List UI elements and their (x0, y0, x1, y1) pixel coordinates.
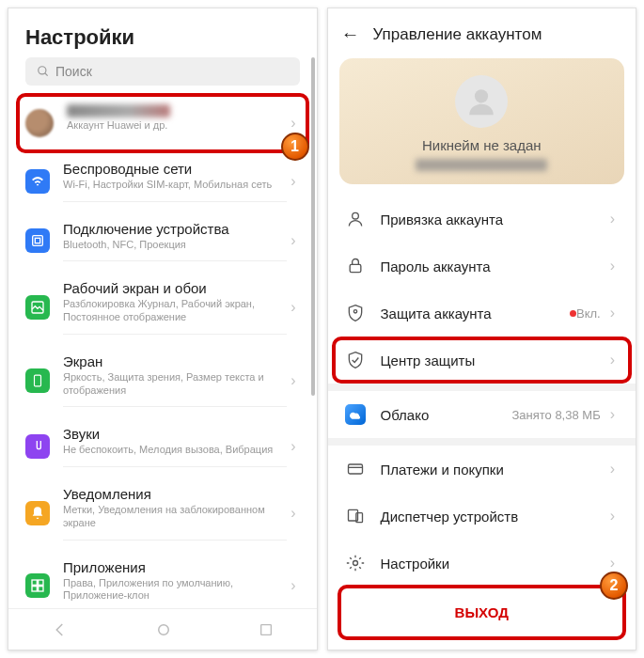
svg-rect-5 (35, 375, 41, 386)
chevron-right-icon: › (606, 406, 619, 423)
svg-rect-7 (39, 580, 43, 585)
svg-rect-3 (35, 239, 39, 243)
settings-row-6[interactable]: Приложения Права, Приложения по умолчани… (20, 550, 306, 609)
avatar (25, 109, 54, 137)
chevron-right-icon: › (606, 352, 619, 368)
row-icon (25, 501, 50, 525)
svg-point-22 (353, 561, 357, 566)
svg-rect-13 (260, 624, 271, 634)
nav-back-icon[interactable] (52, 621, 69, 638)
svg-line-1 (45, 73, 48, 76)
header: ← Управление аккаунтом (328, 8, 636, 55)
row-icon (25, 228, 50, 253)
chevron-right-icon: › (287, 299, 299, 316)
page-title: Настройки (8, 8, 317, 57)
svg-point-17 (353, 310, 356, 313)
chevron-right-icon: › (606, 258, 619, 274)
android-navbar (8, 608, 317, 650)
chevron-right-icon: › (606, 461, 619, 478)
chevron-right-icon: › (287, 173, 299, 190)
settings-row-1[interactable]: Подключение устройства Bluetooth, NFC, П… (20, 212, 306, 272)
svg-point-14 (475, 89, 488, 102)
lock-icon (345, 256, 366, 276)
account-management-screen: ← Управление аккаунтом Никнейм не задан … (327, 8, 637, 650)
nav-home-icon[interactable] (155, 621, 172, 638)
settings-row-5[interactable]: Уведомления Метки, Уведомления на заблок… (20, 477, 306, 550)
account-row-shield-user[interactable]: Защита аккаунта Вкл. › (328, 290, 636, 337)
chevron-right-icon: › (606, 305, 619, 321)
chevron-right-icon: › (606, 211, 619, 227)
account-row-card[interactable]: Платежи и покупки › (328, 446, 636, 493)
svg-point-0 (39, 67, 46, 74)
settings-row-0[interactable]: Беспроводные сети Wi-Fi, Настройки SIM-к… (20, 151, 306, 212)
chevron-right-icon: › (287, 115, 299, 132)
shield-user-icon (345, 303, 366, 323)
back-button[interactable]: ← (341, 24, 360, 45)
row-icon (25, 169, 50, 194)
chevron-right-icon: › (606, 508, 619, 525)
settings-row-4[interactable]: Звуки Не беспокоить, Мелодия вызова, Виб… (20, 416, 306, 477)
account-row-user[interactable]: Привязка аккаунта › (328, 196, 636, 243)
settings-screen: Настройки Поиск Аккаунт Huawei и др. › 1… (8, 8, 318, 650)
row-icon (25, 368, 50, 393)
nav-recent-icon[interactable] (259, 622, 274, 637)
svg-point-15 (352, 212, 358, 219)
svg-rect-6 (32, 580, 37, 585)
search-icon (37, 65, 50, 78)
avatar-placeholder (455, 75, 508, 128)
search-input[interactable]: Поиск (25, 57, 300, 86)
account-row-shield-check[interactable]: Центр защиты › (328, 337, 636, 384)
logout-button[interactable]: ВЫХОД (354, 592, 610, 633)
shield-check-icon (345, 350, 366, 370)
account-name-blurred (67, 104, 170, 118)
settings-row-3[interactable]: Экран Яркость, Защита зрения, Размер тек… (20, 344, 306, 417)
chevron-right-icon: › (606, 555, 619, 572)
account-row[interactable]: Аккаунт Huawei и др. › (20, 95, 306, 151)
svg-rect-18 (348, 464, 362, 474)
svg-rect-9 (39, 587, 43, 591)
card-icon (345, 459, 366, 479)
devices-icon (345, 506, 366, 526)
account-row-lock[interactable]: Пароль аккаунта › (328, 243, 636, 290)
row-icon (25, 295, 50, 320)
svg-point-12 (158, 624, 168, 634)
gear-icon (345, 553, 366, 573)
account-row-devices[interactable]: Диспетчер устройств › (328, 493, 636, 540)
alert-dot (570, 310, 576, 317)
user-icon (345, 209, 366, 229)
chevron-right-icon: › (287, 505, 299, 522)
row-icon (25, 434, 50, 459)
account-row-gear[interactable]: Настройки › (328, 540, 636, 575)
scrollbar[interactable] (311, 57, 315, 396)
chevron-right-icon: › (287, 372, 299, 389)
nickname-label: Никнейм не задан (339, 137, 625, 153)
svg-rect-8 (32, 587, 37, 591)
svg-rect-2 (33, 236, 43, 246)
cloud-icon (345, 404, 366, 425)
step-badge-2: 2 (600, 572, 628, 600)
chevron-right-icon: › (287, 438, 299, 455)
chevron-right-icon: › (287, 577, 299, 594)
row-icon (25, 573, 50, 598)
settings-row-2[interactable]: Рабочий экран и обои Разблокировка Журна… (20, 271, 306, 344)
step-badge-1: 1 (281, 133, 309, 161)
account-row-cloud[interactable]: Облако Занято 8,38 МБ › (328, 391, 636, 438)
email-blurred (416, 159, 547, 171)
chevron-right-icon: › (287, 232, 299, 249)
account-card[interactable]: Никнейм не задан (339, 58, 625, 184)
page-title: Управление аккаунтом (373, 25, 542, 44)
svg-rect-16 (350, 264, 361, 272)
